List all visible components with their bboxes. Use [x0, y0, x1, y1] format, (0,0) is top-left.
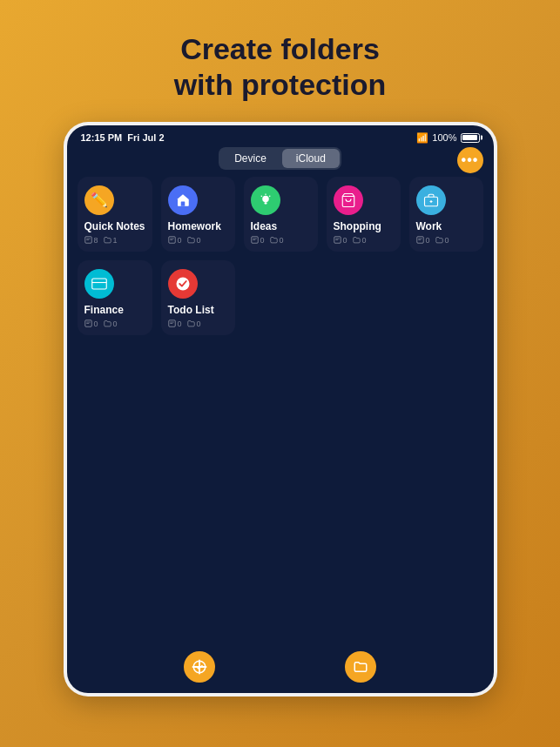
folder-icon: [334, 185, 363, 215]
folder-card[interactable]: Shopping 0 0: [327, 177, 401, 252]
folder-name: Quick Notes: [84, 220, 145, 232]
notes-count: 0: [416, 236, 430, 245]
folder-icon: [168, 269, 198, 299]
tablet-frame: 12:15 PM Fri Jul 2 📶 100% Device iCloud …: [64, 122, 497, 697]
notes-count: 0: [251, 236, 265, 245]
subfolder-count: 0: [353, 236, 367, 245]
svg-rect-3: [180, 201, 185, 205]
svg-rect-25: [91, 279, 106, 289]
folder-card[interactable]: Todo List 0 0: [161, 260, 235, 335]
folder-icon: [168, 185, 198, 215]
page-title: Create folders with protection: [174, 31, 387, 103]
folder-meta: 0 0: [168, 236, 201, 245]
status-bar: 12:15 PM Fri Jul 2 📶 100%: [67, 125, 494, 147]
more-button[interactable]: •••: [457, 147, 483, 173]
subfolder-count: 1: [104, 236, 118, 245]
folder-card[interactable]: Finance 0 0: [78, 260, 152, 335]
folder-card[interactable]: ✏️Quick Notes 8 1: [78, 177, 152, 252]
top-bar-row: Device iCloud •••: [67, 147, 494, 170]
subfolder-count: 0: [187, 320, 201, 328]
svg-line-10: [269, 195, 270, 196]
folder-icon: ✏️: [84, 185, 114, 215]
svg-rect-8: [264, 202, 267, 204]
folders-grid: ✏️Quick Notes 8 1 Homework 0 0 Ideas 0: [67, 170, 494, 335]
folder-meta: 0 0: [334, 236, 367, 245]
folder-meta: 8 1: [84, 236, 118, 245]
bottom-bar: [67, 641, 494, 693]
notes-count: 0: [334, 236, 347, 245]
status-right: 📶 100%: [416, 132, 479, 144]
folder-card[interactable]: Homework 0 0: [161, 177, 235, 252]
notes-count: 8: [84, 236, 98, 245]
status-time: 12:15 PM Fri Jul 2: [81, 132, 165, 143]
notes-count: 0: [168, 236, 182, 245]
battery-icon: [461, 133, 480, 143]
tablet-screen: 12:15 PM Fri Jul 2 📶 100% Device iCloud …: [67, 125, 494, 693]
folder-name: Homework: [168, 220, 221, 232]
folder-icon: [251, 185, 280, 215]
notes-count: 0: [168, 320, 182, 328]
folder-meta: 0 0: [168, 320, 201, 328]
subfolder-count: 0: [187, 236, 201, 245]
battery-percentage: 100%: [432, 132, 456, 143]
segment-control: Device iCloud: [219, 147, 341, 170]
folder-icon: [84, 269, 114, 299]
subfolder-count: 0: [270, 236, 284, 245]
folder-meta: 0 0: [84, 320, 118, 328]
folder-card[interactable]: Work 0 0: [409, 177, 483, 252]
notes-count: 0: [84, 320, 98, 328]
folder-icon: [416, 185, 446, 215]
folder-name: Ideas: [251, 220, 278, 232]
folder-name: Finance: [84, 304, 124, 316]
segment-device[interactable]: Device: [220, 149, 280, 168]
folder-card[interactable]: Ideas 0 0: [244, 177, 318, 252]
folder-meta: 0 0: [251, 236, 284, 245]
segment-icloud[interactable]: iCloud: [282, 149, 340, 168]
folder-meta: 0 0: [416, 236, 449, 245]
wifi-icon: 📶: [416, 132, 428, 144]
subfolder-count: 0: [104, 320, 118, 328]
subfolder-count: 0: [435, 236, 449, 245]
folder-name: Work: [416, 220, 442, 232]
folder-name: Todo List: [168, 304, 214, 316]
bottom-right-icon[interactable]: [345, 651, 376, 683]
bottom-left-icon[interactable]: [184, 651, 215, 683]
svg-point-7: [262, 195, 269, 202]
svg-line-11: [260, 195, 261, 196]
folder-name: Shopping: [334, 220, 381, 232]
